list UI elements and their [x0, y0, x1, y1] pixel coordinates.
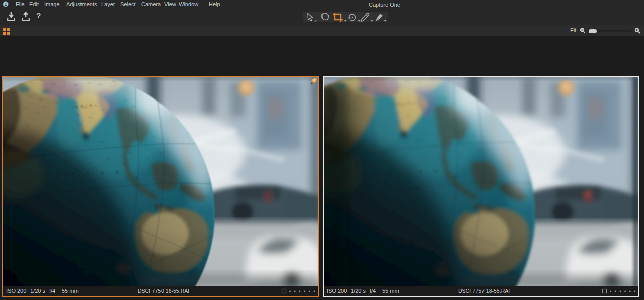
svg-text:1: 1: [5, 2, 7, 7]
